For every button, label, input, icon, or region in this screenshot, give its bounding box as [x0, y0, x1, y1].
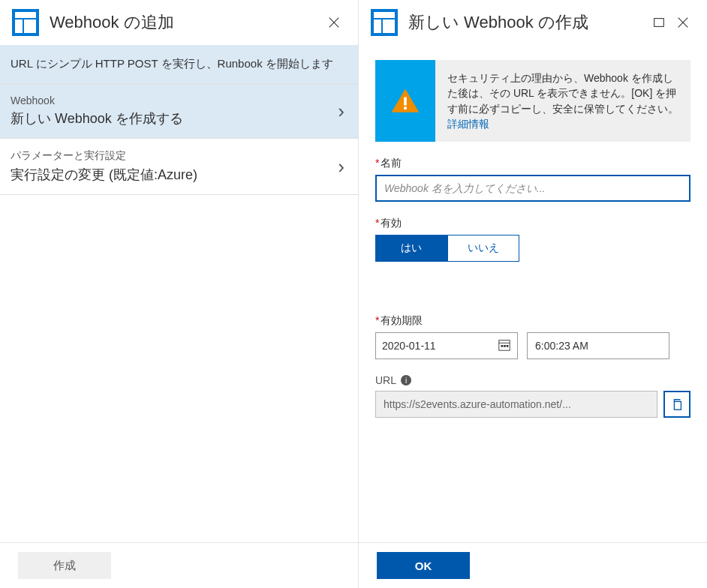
warning-message: セキュリティ上の理由から、Webhook を作成した後は、その URL を表示で…: [435, 60, 690, 142]
url-field: URL i https://s2events.azure-automation.…: [375, 374, 690, 418]
warning-icon: [375, 60, 435, 142]
url-readonly: https://s2events.azure-automation.net/..…: [375, 391, 657, 418]
chevron-right-icon: ›: [338, 155, 347, 178]
name-label: *名前: [375, 157, 690, 170]
enabled-no-option[interactable]: いいえ: [447, 235, 519, 262]
list-item-value: 実行設定の変更 (既定値:Azure): [11, 166, 197, 184]
blade-icon: [371, 9, 398, 36]
expiry-label: *有効期限: [375, 314, 690, 328]
copy-button[interactable]: [663, 391, 690, 418]
right-panel-title: 新しい Webhook の作成: [408, 11, 647, 34]
right-footer: OK: [359, 542, 707, 588]
svg-rect-8: [674, 402, 681, 410]
maximize-icon[interactable]: [647, 10, 671, 34]
name-input[interactable]: [375, 175, 690, 202]
svg-rect-0: [654, 19, 664, 27]
create-webhook-panel: 新しい Webhook の作成 セキュリティ上の理由から、Webhook を作成…: [359, 0, 707, 588]
warning-box: セキュリティ上の理由から、Webhook を作成した後は、その URL を表示で…: [375, 60, 690, 142]
enabled-toggle: はい いいえ: [375, 235, 690, 262]
enabled-label: *有効: [375, 217, 690, 230]
create-button[interactable]: 作成: [18, 552, 111, 579]
blade-icon: [12, 9, 39, 36]
svg-rect-1: [404, 97, 407, 105]
left-panel-title: Webhook の追加: [50, 11, 322, 34]
list-item-label: パラメーターと実行設定: [11, 149, 197, 163]
name-field: *名前: [375, 157, 690, 202]
expiry-field: *有効期限 2020-01-11 6:00:23 AM: [375, 314, 690, 359]
left-header: Webhook の追加: [0, 0, 358, 45]
add-webhook-panel: Webhook の追加 URL にシンプル HTTP POST を実行し、Run…: [0, 0, 359, 588]
calendar-icon: [498, 338, 511, 354]
chevron-right-icon: ›: [338, 100, 347, 123]
enabled-yes-option[interactable]: はい: [375, 235, 447, 262]
list-item-webhook[interactable]: Webhook 新しい Webhook を作成する ›: [0, 84, 358, 139]
info-icon[interactable]: i: [401, 375, 411, 386]
description: URL にシンプル HTTP POST を実行し、Runbook を開始します: [0, 45, 358, 84]
right-content: セキュリティ上の理由から、Webhook を作成した後は、その URL を表示で…: [359, 45, 707, 433]
warning-text: セキュリティ上の理由から、Webhook を作成した後は、その URL を表示で…: [447, 72, 678, 115]
close-icon[interactable]: [322, 10, 346, 34]
enabled-field: *有効 はい いいえ: [375, 217, 690, 262]
list-item-parameters[interactable]: パラメーターと実行設定 実行設定の変更 (既定値:Azure) ›: [0, 139, 358, 195]
svg-rect-2: [404, 106, 407, 110]
expiry-time-value: 6:00:23 AM: [535, 340, 588, 352]
expiry-date-input[interactable]: 2020-01-11: [375, 332, 518, 359]
expiry-date-value: 2020-01-11: [382, 340, 436, 352]
right-header: 新しい Webhook の作成: [359, 0, 707, 45]
left-footer: 作成: [0, 542, 358, 588]
svg-rect-6: [504, 345, 506, 347]
ok-button[interactable]: OK: [377, 552, 470, 579]
svg-rect-5: [501, 345, 504, 347]
expiry-time-input[interactable]: 6:00:23 AM: [527, 332, 669, 359]
more-info-link[interactable]: 詳細情報: [447, 118, 489, 130]
list-item-label: Webhook: [11, 94, 183, 106]
svg-rect-7: [507, 345, 509, 347]
list-item-value: 新しい Webhook を作成する: [11, 110, 183, 128]
close-icon[interactable]: [671, 10, 695, 34]
url-label: URL i: [375, 374, 690, 386]
